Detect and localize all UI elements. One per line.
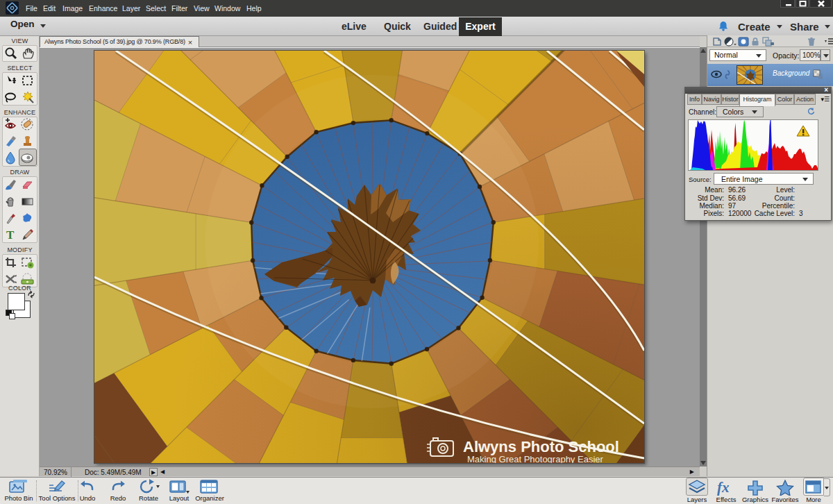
- svg-text:Alwyns Photo School: Alwyns Photo School: [463, 438, 619, 455]
- svg-text:T: T: [6, 228, 15, 242]
- svg-text:Making Great Photography Easie: Making Great Photography Easier: [467, 454, 603, 463]
- svg-text:fx: fx: [717, 479, 730, 496]
